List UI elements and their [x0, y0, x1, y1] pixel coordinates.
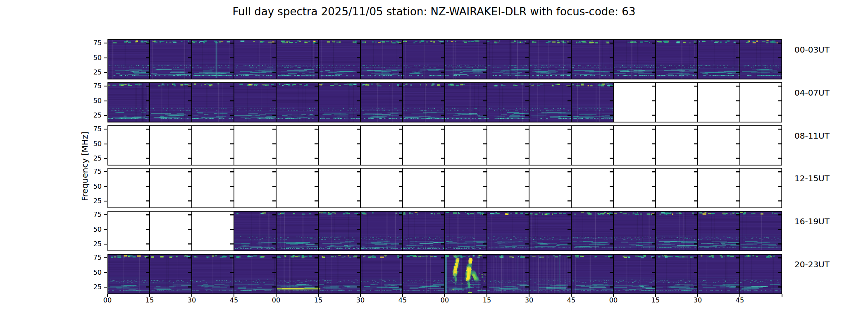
spectrogram-row: [107, 168, 782, 208]
y-tick-label: 75: [78, 254, 102, 262]
row-label: 12-15UT: [794, 173, 830, 183]
row-label: 20-23UT: [794, 259, 830, 269]
spectrogram-canvas: [107, 211, 782, 251]
spectrogram-canvas: [107, 125, 782, 166]
x-tick-label: 00: [98, 296, 117, 304]
x-tick-label: 30: [183, 296, 201, 304]
y-tick-label: 50: [78, 140, 102, 148]
y-tick-mark: [104, 86, 107, 86]
y-tick-mark: [104, 244, 107, 245]
y-tick-mark: [104, 171, 107, 172]
y-tick-mark: [104, 144, 107, 144]
x-tick-mark: [782, 294, 782, 297]
y-tick-label: 25: [78, 283, 102, 291]
spectrogram-row: [107, 125, 782, 166]
y-tick-label: 50: [78, 269, 102, 277]
x-tick-label: 00: [267, 296, 285, 304]
y-tick-label: 25: [78, 68, 102, 77]
row-label: 16-19UT: [794, 216, 830, 226]
y-tick-mark: [104, 186, 107, 187]
spectrogram-canvas: [107, 168, 782, 208]
y-tick-label: 75: [78, 125, 102, 133]
y-tick-mark: [104, 101, 107, 101]
y-tick-mark: [104, 229, 107, 230]
row-label: 00-03UT: [794, 45, 830, 55]
y-tick-mark: [104, 115, 107, 116]
y-tick-label: 75: [78, 39, 102, 47]
x-tick-label: 00: [604, 296, 622, 304]
x-tick-label: 15: [646, 296, 665, 304]
y-tick-label: 25: [78, 111, 102, 120]
x-tick-label: 30: [351, 296, 370, 304]
y-tick-label: 50: [78, 182, 102, 191]
spectrogram-canvas: [107, 254, 782, 294]
y-tick-label: 25: [78, 240, 102, 248]
y-tick-label: 75: [78, 82, 102, 90]
y-tick-mark: [104, 72, 107, 73]
spectrogram-row: [107, 254, 782, 294]
spectrogram-row: [107, 39, 782, 79]
y-tick-label: 50: [78, 97, 102, 105]
spectrogram-canvas: [107, 82, 782, 122]
x-tick-label: 45: [562, 296, 580, 304]
y-tick-label: 25: [78, 197, 102, 205]
y-tick-mark: [104, 158, 107, 159]
row-label: 04-07UT: [794, 88, 830, 98]
y-tick-mark: [104, 43, 107, 43]
y-tick-mark: [104, 58, 107, 58]
spectrogram-row: [107, 211, 782, 251]
y-tick-label: 25: [78, 154, 102, 163]
y-tick-mark: [104, 214, 107, 215]
figure: Full day spectra 2025/11/05 station: NZ-…: [0, 0, 868, 331]
y-tick-mark: [104, 201, 107, 201]
y-tick-label: 50: [78, 225, 102, 234]
spectrogram-row: [107, 82, 782, 122]
y-tick-mark: [104, 272, 107, 273]
x-tick-label: 15: [141, 296, 159, 304]
y-tick-label: 75: [78, 211, 102, 219]
y-tick-mark: [104, 287, 107, 288]
y-tick-label: 50: [78, 54, 102, 62]
chart-title: Full day spectra 2025/11/05 station: NZ-…: [0, 5, 868, 18]
x-tick-label: 15: [478, 296, 496, 304]
x-tick-label: 45: [731, 296, 749, 304]
y-tick-label: 75: [78, 168, 102, 176]
x-tick-label: 45: [225, 296, 243, 304]
row-label: 08-11UT: [794, 131, 830, 141]
x-tick-label: 30: [520, 296, 538, 304]
y-tick-mark: [104, 129, 107, 130]
x-tick-label: 00: [436, 296, 454, 304]
x-tick-label: 45: [393, 296, 412, 304]
y-tick-mark: [104, 257, 107, 258]
spectrogram-canvas: [107, 39, 782, 79]
x-tick-label: 15: [309, 296, 327, 304]
x-tick-label: 30: [689, 296, 707, 304]
